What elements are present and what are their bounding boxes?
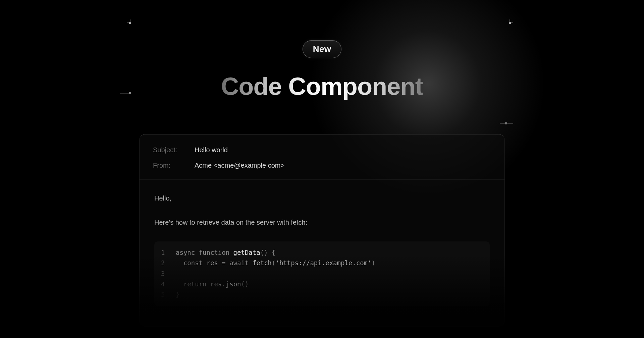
new-badge-label: New (313, 44, 331, 54)
hero-header: New Code Component (0, 0, 644, 101)
svg-rect-3 (505, 122, 507, 124)
from-value: Acme <acme@example.com> (195, 160, 284, 171)
subject-value: Hello world (195, 145, 228, 155)
subject-row: Subject: Hello world (153, 145, 491, 155)
subject-label: Subject: (153, 145, 180, 155)
code-line: 2 const res = await fetch('https://api.e… (161, 258, 483, 268)
code-block: 1async function getData() {2 const res =… (154, 241, 490, 306)
new-badge: New (303, 40, 341, 58)
email-body: Hello, Here's how to retrieve data on th… (140, 180, 504, 326)
code-line: 4 return res.json() (161, 279, 483, 289)
code-content: const res = await fetch('https://api.exa… (176, 258, 375, 268)
email-intro: Here's how to retrieve data on the serve… (154, 217, 490, 227)
code-line: 5} (161, 289, 483, 300)
code-line: 1async function getData() { (161, 247, 483, 258)
from-row: From: Acme <acme@example.com> (153, 160, 491, 171)
email-header: Subject: Hello world From: Acme <acme@ex… (140, 134, 504, 180)
line-number: 4 (161, 279, 176, 289)
email-preview-card: Subject: Hello world From: Acme <acme@ex… (139, 134, 505, 327)
code-content: } (176, 289, 179, 300)
line-number: 1 (161, 247, 176, 258)
crosshair-right (500, 117, 518, 135)
code-content: return res.json() (176, 279, 249, 289)
page-title: Code Component (221, 72, 423, 101)
from-label: From: (153, 160, 180, 171)
line-number: 3 (161, 269, 176, 279)
email-greeting: Hello, (154, 193, 490, 203)
line-number: 5 (161, 289, 176, 300)
code-line: 3 (161, 269, 483, 279)
line-number: 2 (161, 258, 176, 268)
code-content: async function getData() { (176, 247, 275, 258)
